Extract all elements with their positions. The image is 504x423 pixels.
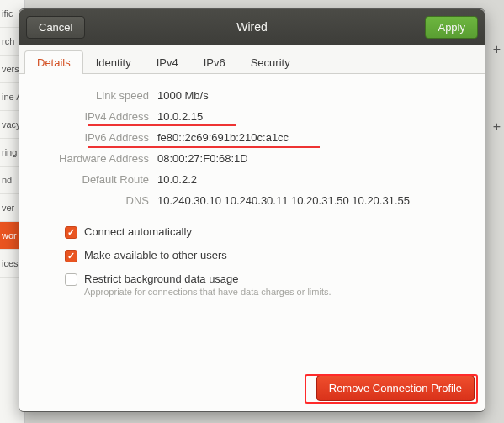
ipv4-label: IPv4 Address <box>31 110 157 123</box>
ipv6-label: IPv6 Address <box>31 131 157 144</box>
tab-details[interactable]: Details <box>24 50 83 74</box>
tab-ipv4[interactable]: IPv4 <box>144 50 191 74</box>
tab-security[interactable]: Security <box>238 50 303 74</box>
row-ipv6: IPv6 Address fe80::2c69:691b:210c:a1cc <box>31 131 473 144</box>
annotation-ipv4-underline <box>88 124 236 126</box>
route-label: Default Route <box>31 173 157 186</box>
plus-icon: + <box>493 119 501 135</box>
cancel-button[interactable]: Cancel <box>26 16 85 39</box>
connect-automatically-checkbox[interactable]: Connect automatically <box>65 225 473 239</box>
make-available-label: Make available to other users <box>84 249 227 262</box>
plus-icon: + <box>493 42 501 57</box>
window-title: Wired <box>19 20 485 34</box>
checkbox-icon <box>65 226 77 239</box>
hardware-label: Hardware Address <box>31 152 157 165</box>
apply-button[interactable]: Apply <box>425 16 478 39</box>
tab-ipv6[interactable]: IPv6 <box>191 50 238 74</box>
row-link-speed: Link speed 1000 Mb/s <box>31 89 473 102</box>
checkbox-icon <box>65 250 77 262</box>
wired-settings-dialog: Cancel Wired Apply Details Identity IPv4… <box>19 8 485 412</box>
connect-automatically-label: Connect automatically <box>84 225 192 238</box>
restrict-background-sublabel: Appropriate for connections that have da… <box>84 287 332 297</box>
titlebar: Cancel Wired Apply <box>19 9 485 45</box>
checkbox-icon <box>65 273 77 286</box>
row-hardware: Hardware Address 08:00:27:F0:68:1D <box>31 152 473 165</box>
ipv4-value: 10.0.2.15 <box>157 110 203 123</box>
annotation-ipv6-underline <box>88 146 320 148</box>
route-value: 10.0.2.2 <box>157 173 197 186</box>
tab-identity[interactable]: Identity <box>83 50 144 74</box>
hardware-value: 08:00:27:F0:68:1D <box>157 152 248 165</box>
restrict-background-label: Restrict background data usage <box>84 272 332 285</box>
row-dns: DNS 10.240.30.10 10.240.30.11 10.20.31.5… <box>31 194 473 207</box>
link-speed-label: Link speed <box>31 89 157 102</box>
row-default-route: Default Route 10.0.2.2 <box>31 173 473 186</box>
dialog-footer: Remove Connection Profile <box>19 368 485 411</box>
ipv6-value: fe80::2c69:691b:210c:a1cc <box>157 131 289 144</box>
remove-connection-button[interactable]: Remove Connection Profile <box>316 375 475 401</box>
dns-label: DNS <box>31 194 157 207</box>
restrict-background-checkbox[interactable]: Restrict background data usage Appropria… <box>65 272 473 297</box>
link-speed-value: 1000 Mb/s <box>157 89 209 102</box>
row-ipv4: IPv4 Address 10.0.2.15 <box>31 110 473 123</box>
details-panel: Link speed 1000 Mb/s IPv4 Address 10.0.2… <box>19 74 485 368</box>
dns-value: 10.240.30.10 10.240.30.11 10.20.31.50 10… <box>157 194 410 207</box>
tab-bar: Details Identity IPv4 IPv6 Security <box>19 45 485 74</box>
make-available-checkbox[interactable]: Make available to other users <box>65 249 473 262</box>
options-group: Connect automatically Make available to … <box>31 225 473 297</box>
